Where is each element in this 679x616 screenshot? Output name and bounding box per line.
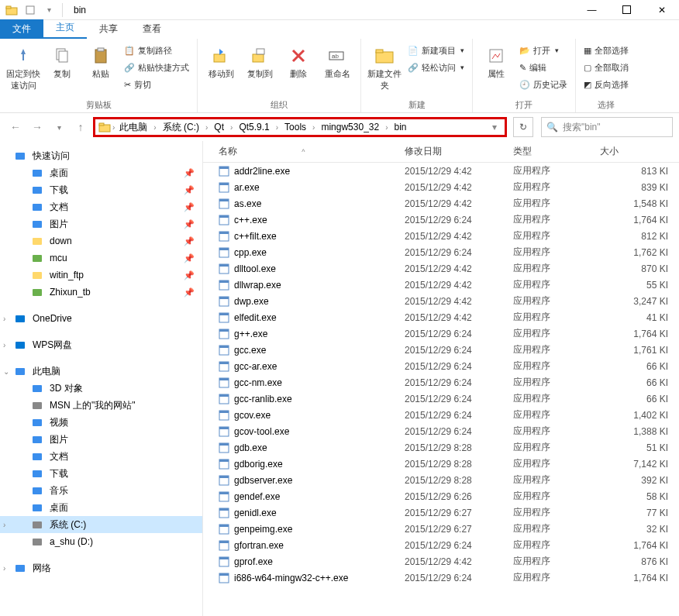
chevron-right-icon[interactable]: ›: [276, 123, 278, 132]
file-row[interactable]: gfortran.exe2015/12/29 6:24应用程序1,764 KI: [203, 537, 679, 553]
search-input[interactable]: 🔍 搜索"bin": [541, 117, 673, 137]
select-all-button[interactable]: ▦全部选择: [581, 42, 632, 59]
file-row[interactable]: genpeimg.exe2015/12/29 6:27应用程序32 KI: [203, 521, 679, 537]
up-button[interactable]: ↑: [71, 118, 90, 136]
column-name[interactable]: 名称 ^: [203, 145, 398, 158]
breadcrumb-item[interactable]: Qt: [211, 120, 227, 134]
nav-item[interactable]: a_shu (D:): [0, 533, 202, 550]
nav-item[interactable]: 图片: [0, 431, 202, 448]
nav-item[interactable]: mcu📌: [0, 249, 202, 267]
nav-item[interactable]: 下载📌: [0, 181, 202, 198]
file-row[interactable]: g++.exe2015/12/29 6:24应用程序1,764 KI: [203, 325, 679, 342]
tab-home[interactable]: 主页: [43, 18, 87, 39]
pin-to-quick-access-button[interactable]: 固定到快速访问: [5, 42, 42, 98]
file-row[interactable]: gcc-ranlib.exe2015/12/29 6:24应用程序66 KI: [203, 391, 679, 407]
refresh-button[interactable]: ↻: [513, 117, 533, 137]
nav-item[interactable]: down📌: [0, 232, 202, 249]
breadcrumb-item[interactable]: 系统 (C:): [160, 119, 202, 136]
file-row[interactable]: i686-w64-mingw32-c++.exe2015/12/29 6:24应…: [203, 570, 679, 586]
easy-access-button[interactable]: 🔗轻松访问▾: [405, 59, 467, 76]
nav-item[interactable]: 音乐: [0, 482, 202, 499]
file-row[interactable]: addr2line.exe2015/12/29 4:42应用程序813 KI: [203, 163, 679, 179]
qat-item[interactable]: [22, 2, 39, 19]
rename-button[interactable]: ab重命名: [319, 42, 356, 98]
file-row[interactable]: c++filt.exe2015/12/29 4:42应用程序812 KI: [203, 228, 679, 244]
delete-button[interactable]: 删除: [280, 42, 317, 98]
breadcrumb-item[interactable]: 此电脑: [116, 119, 150, 136]
tab-share[interactable]: 共享: [87, 19, 130, 39]
move-to-button[interactable]: 移动到: [202, 42, 240, 98]
maximize-button[interactable]: [609, 0, 644, 20]
file-row[interactable]: ar.exe2015/12/29 4:42应用程序839 KI: [203, 179, 679, 195]
chevron-right-icon[interactable]: ›: [112, 123, 115, 132]
open-button[interactable]: 📂打开▾: [516, 42, 570, 59]
history-button[interactable]: 🕘历史记录: [516, 76, 570, 93]
chevron-right-icon[interactable]: ›: [385, 123, 388, 132]
tab-file[interactable]: 文件: [0, 19, 43, 39]
file-row[interactable]: gcc.exe2015/12/29 6:24应用程序1,761 KI: [203, 342, 679, 358]
new-item-button[interactable]: 📄新建项目▾: [405, 42, 467, 59]
expand-icon[interactable]: ›: [3, 341, 5, 349]
file-row[interactable]: dlltool.exe2015/12/29 4:42应用程序870 KI: [203, 260, 679, 277]
back-button[interactable]: ←: [6, 118, 25, 136]
nav-item[interactable]: ⌄此电脑: [0, 363, 202, 380]
recent-dropdown[interactable]: ▾: [50, 118, 68, 136]
nav-item[interactable]: 图片📌: [0, 215, 202, 232]
file-row[interactable]: genidl.exe2015/12/29 6:27应用程序77 KI: [203, 504, 679, 521]
chevron-right-icon[interactable]: ›: [205, 123, 208, 132]
cut-button[interactable]: ✂剪切: [121, 76, 192, 93]
nav-item[interactable]: ›网络: [0, 559, 202, 576]
nav-item[interactable]: 桌面: [0, 499, 202, 516]
nav-item[interactable]: MSN 上的"我的网站": [0, 397, 202, 414]
file-row[interactable]: gdb.exe2015/12/29 8:28应用程序51 KI: [203, 439, 679, 456]
tab-view[interactable]: 查看: [130, 19, 174, 39]
nav-item[interactable]: Zhixun_tb📌: [0, 284, 202, 301]
file-row[interactable]: gcov-tool.exe2015/12/29 6:24应用程序1,388 KI: [203, 423, 679, 439]
file-row[interactable]: as.exe2015/12/29 4:42应用程序1,548 KI: [203, 195, 679, 212]
chevron-right-icon[interactable]: ›: [230, 123, 233, 132]
select-none-button[interactable]: ▢全部取消: [581, 59, 632, 76]
nav-item[interactable]: witin_ftp📌: [0, 267, 202, 284]
expand-icon[interactable]: ›: [3, 315, 5, 323]
nav-item[interactable]: 视频: [0, 414, 202, 431]
file-row[interactable]: gcc-nm.exe2015/12/29 6:24应用程序66 KI: [203, 374, 679, 391]
copy-to-button[interactable]: 复制到: [241, 42, 278, 98]
nav-item[interactable]: ›OneDrive: [0, 310, 202, 327]
invert-selection-button[interactable]: ◩反向选择: [581, 76, 632, 93]
folder-icon[interactable]: [3, 2, 20, 19]
file-row[interactable]: gcc-ar.exe2015/12/29 6:24应用程序66 KI: [203, 358, 679, 374]
nav-item[interactable]: ›系统 (C:): [0, 516, 202, 533]
new-folder-button[interactable]: 新建文件夹: [366, 42, 403, 98]
edit-button[interactable]: ✎编辑: [516, 59, 570, 76]
column-date[interactable]: 修改日期: [398, 145, 507, 158]
column-type[interactable]: 类型: [507, 145, 594, 158]
minimize-button[interactable]: —: [574, 0, 609, 20]
properties-button[interactable]: 属性: [477, 42, 515, 98]
copy-button[interactable]: 复制: [43, 42, 81, 98]
breadcrumb-item[interactable]: bin: [391, 120, 410, 134]
qat-chevron[interactable]: ▾: [40, 2, 57, 19]
file-row[interactable]: dwp.exe2015/12/29 4:42应用程序3,247 KI: [203, 293, 679, 309]
file-row[interactable]: gdbserver.exe2015/12/29 8:28应用程序392 KI: [203, 472, 679, 488]
file-row[interactable]: dllwrap.exe2015/12/29 4:42应用程序55 KI: [203, 277, 679, 293]
breadcrumb-item[interactable]: Tools: [281, 120, 309, 134]
chevron-right-icon[interactable]: ›: [153, 123, 156, 132]
breadcrumb-item[interactable]: Qt5.9.1: [236, 120, 272, 134]
breadcrumb-item[interactable]: mingw530_32: [318, 120, 382, 134]
nav-item[interactable]: 文档📌: [0, 198, 202, 215]
nav-item[interactable]: 文档: [0, 448, 202, 465]
nav-item[interactable]: 下载: [0, 465, 202, 482]
file-row[interactable]: c++.exe2015/12/29 6:24应用程序1,764 KI: [203, 212, 679, 228]
copy-path-button[interactable]: 📋复制路径: [121, 42, 192, 59]
nav-item[interactable]: 快速访问: [0, 147, 202, 164]
file-row[interactable]: gcov.exe2015/12/29 6:24应用程序1,402 KI: [203, 407, 679, 423]
nav-item[interactable]: ›WPS网盘: [0, 336, 202, 353]
file-row[interactable]: elfedit.exe2015/12/29 4:42应用程序41 KI: [203, 309, 679, 325]
file-row[interactable]: gendef.exe2015/12/29 6:26应用程序58 KI: [203, 488, 679, 504]
file-row[interactable]: gdborig.exe2015/12/29 8:28应用程序7,142 KI: [203, 456, 679, 472]
file-row[interactable]: cpp.exe2015/12/29 6:24应用程序1,762 KI: [203, 244, 679, 260]
file-row[interactable]: gprof.exe2015/12/29 4:42应用程序876 KI: [203, 553, 679, 570]
chevron-right-icon[interactable]: ›: [312, 123, 315, 132]
address-dropdown[interactable]: ▾: [488, 122, 501, 132]
expand-icon[interactable]: ›: [3, 521, 5, 529]
